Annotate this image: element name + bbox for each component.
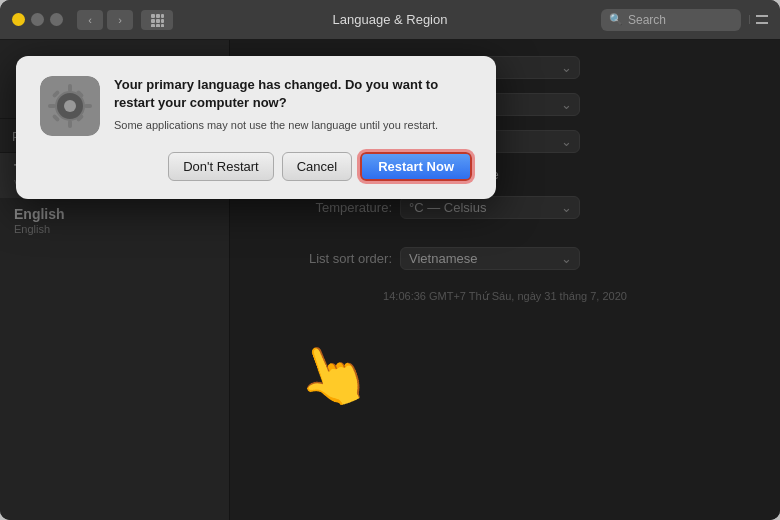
svg-rect-7 [161, 19, 164, 23]
indicator-line-2 [756, 22, 768, 24]
svg-rect-5 [156, 24, 160, 27]
indicator-line-1 [756, 15, 768, 17]
main-content: Preferre Tiếng việt Vietnamese — Primary… [0, 40, 780, 520]
close-button[interactable] [50, 13, 63, 26]
svg-rect-18 [68, 120, 72, 128]
restart-now-button[interactable]: Restart Now [360, 152, 472, 181]
app-window: ‹ › Language & Region 🔍 Search [0, 0, 780, 520]
nav-buttons: ‹ › [77, 10, 133, 30]
dont-restart-button[interactable]: Don't Restart [168, 152, 273, 181]
forward-button[interactable]: › [107, 10, 133, 30]
svg-rect-8 [161, 24, 164, 27]
svg-rect-17 [68, 84, 72, 92]
svg-rect-1 [156, 14, 160, 18]
grid-button[interactable] [141, 10, 173, 30]
back-button[interactable]: ‹ [77, 10, 103, 30]
minimize-button[interactable] [12, 13, 25, 26]
window-title: Language & Region [333, 12, 448, 27]
search-icon: 🔍 [609, 13, 623, 26]
svg-rect-3 [156, 19, 160, 23]
dialog: Your primary language has changed. Do yo… [16, 56, 496, 199]
right-panel-indicator [749, 15, 768, 24]
svg-rect-4 [151, 24, 155, 27]
dialog-title: Your primary language has changed. Do yo… [114, 76, 472, 112]
cancel-button[interactable]: Cancel [282, 152, 352, 181]
search-box[interactable]: 🔍 Search [601, 9, 741, 31]
svg-rect-20 [84, 104, 92, 108]
svg-point-16 [64, 100, 76, 112]
zoom-button[interactable] [31, 13, 44, 26]
dialog-message: Some applications may not use the new la… [114, 118, 472, 133]
svg-rect-2 [151, 19, 155, 23]
dialog-overlay: Your primary language has changed. Do yo… [0, 40, 780, 520]
svg-rect-19 [48, 104, 56, 108]
dialog-body: Your primary language has changed. Do yo… [40, 76, 472, 136]
system-prefs-icon [40, 76, 100, 136]
dialog-buttons: Don't Restart Cancel Restart Now [40, 152, 472, 181]
dialog-text-block: Your primary language has changed. Do yo… [114, 76, 472, 136]
titlebar: ‹ › Language & Region 🔍 Search [0, 0, 780, 40]
svg-rect-6 [161, 14, 164, 18]
svg-rect-0 [151, 14, 155, 18]
traffic-lights [12, 13, 63, 26]
search-placeholder: Search [628, 13, 666, 27]
